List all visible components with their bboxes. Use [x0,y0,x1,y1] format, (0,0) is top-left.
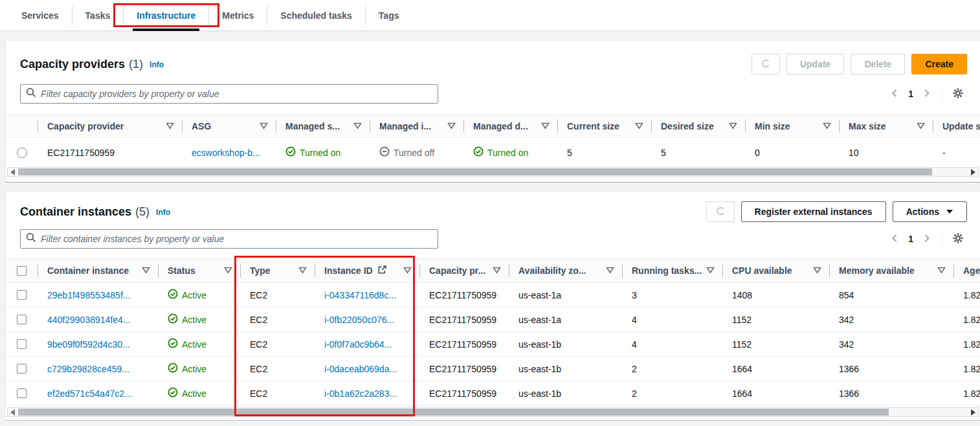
column-header-instance-id[interactable]: Instance ID [315,259,419,282]
capacity-table-horizontal-scrollbar[interactable] [7,167,979,177]
column-header-managed-draining[interactable]: Managed d... [463,115,557,137]
tab-metrics[interactable]: Metrics [209,0,267,31]
scroll-left-arrow[interactable] [10,169,15,175]
capacity-providers-info-link[interactable]: Info [150,60,164,69]
pagination-divider [942,230,942,247]
asg-link[interactable]: ecsworkshop-b... [192,148,260,158]
column-header-update-status[interactable]: Update sta [933,115,980,137]
row-checkbox[interactable] [17,364,27,374]
caret-down-icon [946,209,953,214]
filter-triangle-icon[interactable] [166,121,174,131]
search-icon [26,87,41,100]
filter-triangle-icon[interactable] [224,265,232,276]
column-header-managed-instance[interactable]: Managed i... [370,115,463,137]
column-header-capacity-provider[interactable]: Capacity provider [38,115,182,137]
tab-tasks[interactable]: Tasks [72,0,124,31]
filter-triangle-icon[interactable] [937,265,946,276]
table-settings-button[interactable] [949,85,967,103]
column-header-agent[interactable]: Agen [953,259,980,282]
filter-triangle-icon[interactable] [706,265,715,276]
instance-id-link[interactable]: i-0fb22050c076... [324,315,394,325]
container-instance-link[interactable]: ef2ed571c54a47c2... [47,388,132,399]
column-header-max-size[interactable]: Max size [839,115,933,137]
filter-triangle-icon[interactable] [298,265,307,276]
filter-triangle-icon[interactable] [635,121,643,131]
scroll-right-arrow[interactable] [971,169,975,175]
instance-id-link[interactable]: i-043347116d8c... [324,290,396,300]
instance-type: EC2 [240,339,315,350]
container-instances-info-link[interactable]: Info [156,208,170,217]
filter-triangle-icon[interactable] [813,265,821,276]
filter-triangle-icon[interactable] [493,265,501,276]
filter-triangle-icon[interactable] [260,121,268,131]
filter-triangle-icon[interactable] [403,265,412,276]
scroll-right-arrow[interactable] [971,409,975,416]
running-tasks-value: 2 [622,388,722,399]
next-page-button[interactable] [919,230,935,247]
capacity-provider-value: EC21711750959 [419,339,509,350]
instance-id-link[interactable]: i-0daceab069da... [324,364,397,374]
column-header-memory-available[interactable]: Memory available [829,259,953,282]
tab-infrastructure[interactable]: Infrastructure [124,0,208,31]
row-checkbox[interactable] [17,290,27,300]
scrollbar-thumb[interactable] [18,168,932,175]
filter-triangle-icon[interactable] [917,121,925,131]
refresh-button[interactable] [752,54,780,74]
instance-id-link[interactable]: i-0f0f7a0c9b64... [324,339,392,350]
column-header-min-size[interactable]: Min size [745,115,839,137]
filter-triangle-icon[interactable] [606,265,614,276]
column-header-type[interactable]: Type [240,259,315,282]
tab-scheduled-tasks[interactable]: Scheduled tasks [267,0,365,31]
column-header-container-instance[interactable]: Container instance [38,259,158,282]
check-circle-icon [285,146,296,159]
memory-available-value: 342 [829,315,953,325]
next-page-button[interactable] [919,85,935,102]
update-button[interactable]: Update [786,54,844,74]
column-header-status[interactable]: Status [158,259,240,282]
column-header-running-tasks[interactable]: Running tasks... [622,259,722,282]
tab-services[interactable]: Services [8,0,72,31]
container-instance-link[interactable]: c729b29828ce459... [47,364,129,374]
filter-triangle-icon[interactable] [447,121,456,131]
scrollbar-thumb[interactable] [18,409,889,416]
column-header-cpu-available[interactable]: CPU available [722,259,829,282]
filter-triangle-icon[interactable] [729,121,737,131]
previous-page-button[interactable] [886,230,903,247]
capacity-providers-filter-input[interactable] [41,89,432,99]
current-page-number[interactable]: 1 [903,234,919,244]
column-header-availability-zone[interactable]: Availability zo... [509,259,622,282]
column-header-desired-size[interactable]: Desired size [651,115,745,137]
column-header-asg[interactable]: ASG [182,115,276,137]
delete-button[interactable]: Delete [851,54,905,74]
select-all-checkbox[interactable] [17,266,27,276]
cpu-available-value: 1664 [722,388,829,399]
row-select-radio[interactable] [17,148,27,158]
filter-triangle-icon[interactable] [541,121,550,131]
filter-triangle-icon[interactable] [142,265,150,276]
container-instance-link[interactable]: 9be09f0f592d4c30... [47,339,130,350]
container-instance-link[interactable]: 440f299038914fe4... [47,315,130,325]
column-header-capacity-provider[interactable]: Capacity pr... [419,259,509,282]
row-checkbox[interactable] [17,339,27,349]
tab-tags[interactable]: Tags [366,0,412,31]
table-settings-button[interactable] [949,230,967,248]
instances-table-horizontal-scrollbar[interactable] [7,407,979,417]
refresh-button[interactable] [706,201,735,222]
column-header-managed-scaling[interactable]: Managed s... [276,115,370,137]
actions-button[interactable]: Actions [893,201,967,222]
register-external-instances-button[interactable]: Register external instances [741,201,886,222]
row-checkbox[interactable] [17,388,27,398]
current-page-number[interactable]: 1 [903,89,919,99]
capacity-provider-value: EC21711750959 [419,315,509,325]
filter-triangle-icon[interactable] [353,121,362,131]
container-instance-link[interactable]: 29eb1f498553485f... [47,290,130,300]
column-header-current-size[interactable]: Current size [557,115,651,137]
agent-version-value: 1.82. [953,290,980,300]
scroll-left-arrow[interactable] [10,409,15,416]
previous-page-button[interactable] [886,85,903,102]
filter-triangle-icon[interactable] [823,121,831,131]
instance-id-link[interactable]: i-0b1a62c2a283... [324,388,397,399]
row-checkbox[interactable] [17,315,27,324]
create-button[interactable]: Create [911,54,967,74]
container-instances-filter-input[interactable] [41,234,432,244]
